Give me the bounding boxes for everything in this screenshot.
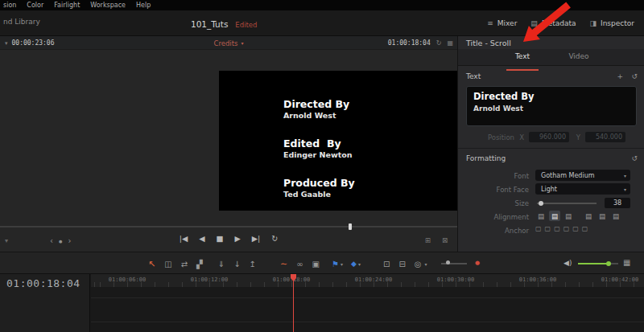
title-text-line1: Directed By xyxy=(473,91,630,102)
reset-icon[interactable]: ↺ xyxy=(631,154,638,162)
position-x-label: X xyxy=(514,133,524,141)
play-button[interactable]: ▶ xyxy=(235,234,241,243)
step-back-button[interactable]: ◀ xyxy=(199,234,204,243)
size-value-field[interactable]: 38 xyxy=(605,198,630,208)
align-center-button[interactable]: ▤ xyxy=(549,211,560,221)
align-right-button[interactable]: ▤ xyxy=(563,211,574,221)
font-dropdown[interactable]: Gotham Medium ▾ xyxy=(535,170,630,181)
track-divider xyxy=(91,322,644,322)
anchor-button[interactable]: ▢ xyxy=(582,225,588,232)
reset-icon[interactable]: ↺ xyxy=(631,72,638,80)
playhead[interactable] xyxy=(293,274,294,332)
stop-button[interactable]: ■ xyxy=(217,234,224,243)
timeline-view-options-icon[interactable]: ▦ xyxy=(623,258,630,267)
magnifier-icon[interactable]: ◎ xyxy=(415,260,422,268)
zoom-fit-icon[interactable]: ⊟ xyxy=(398,260,405,268)
ruler-label: 01:00:12:00 xyxy=(185,277,233,283)
volume-knob[interactable] xyxy=(606,261,611,266)
timeline-timecode-field[interactable]: 01:00:18:04 xyxy=(388,39,431,47)
viewer-scrub-handle[interactable] xyxy=(349,223,352,230)
align-middle-button[interactable]: ▤ xyxy=(597,211,608,221)
menu-color[interactable]: Color xyxy=(27,2,43,9)
box-zoom-icon[interactable]: ⊡ xyxy=(383,260,390,268)
edited-badge: Edited xyxy=(235,21,257,29)
selection-tool-icon[interactable]: ↖ xyxy=(148,259,155,269)
replace-clip-icon[interactable]: ↥ xyxy=(250,260,256,268)
alignment-buttons: ▤ ▤ ▤ ▤ ▤ ▤ xyxy=(535,211,621,221)
credits-text: Directed By Arnold West Edited By Edinge… xyxy=(283,98,355,216)
credit-name: Ted Gaable xyxy=(283,190,355,199)
insert-clip-icon[interactable]: ⇓ xyxy=(218,260,225,268)
active-tab-underline xyxy=(506,69,539,71)
retime-curve-icon[interactable]: ∼ xyxy=(280,259,287,269)
project-title-wrap: 101_Tuts Edited xyxy=(191,19,257,29)
timeline-zoom-slider[interactable] xyxy=(441,263,467,264)
speaker-icon[interactable]: ◀) xyxy=(564,259,572,267)
anchor-button[interactable]: ▢ xyxy=(535,225,542,232)
timeline-header-column: 01:00:18:04 xyxy=(0,274,90,332)
viewer-topbar: ▾ 00:00:23:06 Credits ▾ 01:00:18:04 ↻ ▦ xyxy=(0,36,457,50)
credit-role: Produced By xyxy=(283,177,355,189)
timeline-ruler[interactable]: 01:00:06:00 01:00:12:00 01:00:18:00 01:0… xyxy=(91,274,644,287)
inspector-button[interactable]: ◨ Inspector xyxy=(590,19,635,27)
volume-slider[interactable] xyxy=(578,263,618,264)
menu-fusion[interactable]: sion xyxy=(3,2,16,9)
chevron-down-icon[interactable]: ▾ xyxy=(425,261,427,267)
menu-workspace[interactable]: Workspace xyxy=(90,2,126,9)
overwrite-clip-icon[interactable]: ↓ xyxy=(233,260,240,268)
timeline-area: 01:00:18:04 01:00:06:00 01:00:12:00 01:0… xyxy=(0,274,644,332)
fullscreen-icon[interactable]: ⊠ xyxy=(442,236,448,244)
flag-icon[interactable]: ⚑ xyxy=(332,260,339,268)
chevron-down-icon[interactable]: ▾ xyxy=(358,261,361,267)
sound-library-button[interactable]: nd Library xyxy=(3,18,40,26)
dynamic-trim-icon[interactable]: ⇄ xyxy=(181,260,188,268)
font-face-dropdown[interactable]: Light ▾ xyxy=(535,183,630,195)
anchor-button[interactable]: ▢ xyxy=(545,225,551,232)
ruler-label: 01:00:06:00 xyxy=(103,277,151,283)
timeline-tracks xyxy=(91,287,644,332)
mixer-icon: ≡ xyxy=(487,19,493,27)
blade-tool-icon[interactable]: ▞ xyxy=(196,260,203,268)
transport-controls: |◀ ◀ ■ ▶ ▶| ↻ xyxy=(0,234,457,243)
text-section-label: Text xyxy=(466,72,481,80)
timeline-timecode-display[interactable]: 01:00:18:04 xyxy=(6,277,80,289)
viewer-topbar-right: 01:00:18:04 ↻ ▦ xyxy=(388,36,453,50)
viewer-options-icon[interactable]: ▦ xyxy=(447,39,453,47)
align-bottom-button[interactable]: ▤ xyxy=(610,211,621,221)
anchor-button[interactable]: ▢ xyxy=(564,225,570,232)
timeline-zoom-knob[interactable] xyxy=(446,260,450,264)
refresh-icon[interactable]: ↻ xyxy=(436,39,442,47)
menu-fairlight[interactable]: Fairlight xyxy=(54,2,80,9)
credit-role: Edited By xyxy=(283,137,355,150)
credit-name: Edinger Newton xyxy=(283,150,355,160)
formatting-section-label: Formatting xyxy=(466,154,506,162)
chevron-down-icon: ▾ xyxy=(624,186,626,192)
anchor-button[interactable]: ▢ xyxy=(554,225,560,232)
align-top-button[interactable]: ▤ xyxy=(583,211,594,221)
trim-edit-icon[interactable]: ◫ xyxy=(164,260,171,268)
credit-role: Directed By xyxy=(283,98,355,110)
align-left-button[interactable]: ▤ xyxy=(535,211,547,221)
credit-name: Arnold West xyxy=(283,111,355,121)
marker-icon[interactable]: ◆ xyxy=(351,260,357,268)
viewer-scrub-bar[interactable] xyxy=(0,226,457,227)
jump-to-start-button[interactable]: |◀ xyxy=(180,234,188,243)
menu-help[interactable]: Help xyxy=(136,2,151,9)
anchor-button[interactable]: ▢ xyxy=(572,225,579,232)
link-clips-icon[interactable]: ∞ xyxy=(296,260,303,268)
volume-fill xyxy=(578,263,609,264)
match-frame-icon[interactable]: ⊞ xyxy=(425,236,431,244)
davinci-resolve-window: sion Color Fairlight Workspace Help nd L… xyxy=(0,0,644,332)
loop-button[interactable]: ↻ xyxy=(271,234,278,243)
viewer-extra-controls: ⊞ ⊠ xyxy=(425,236,448,244)
size-slider-knob[interactable] xyxy=(539,201,543,206)
size-slider[interactable] xyxy=(537,203,597,204)
chevron-down-icon[interactable]: ▾ xyxy=(341,261,343,267)
project-title: 101_Tuts xyxy=(191,19,228,29)
title-text-input[interactable]: Directed By Arnold West xyxy=(466,86,637,126)
clip-name-label: Credits xyxy=(213,39,237,47)
step-forward-button[interactable]: ▶| xyxy=(252,234,261,243)
alignment-label: Alignment xyxy=(458,213,529,221)
add-icon[interactable]: + xyxy=(617,72,623,80)
position-lock-icon[interactable]: ▣ xyxy=(312,260,320,268)
